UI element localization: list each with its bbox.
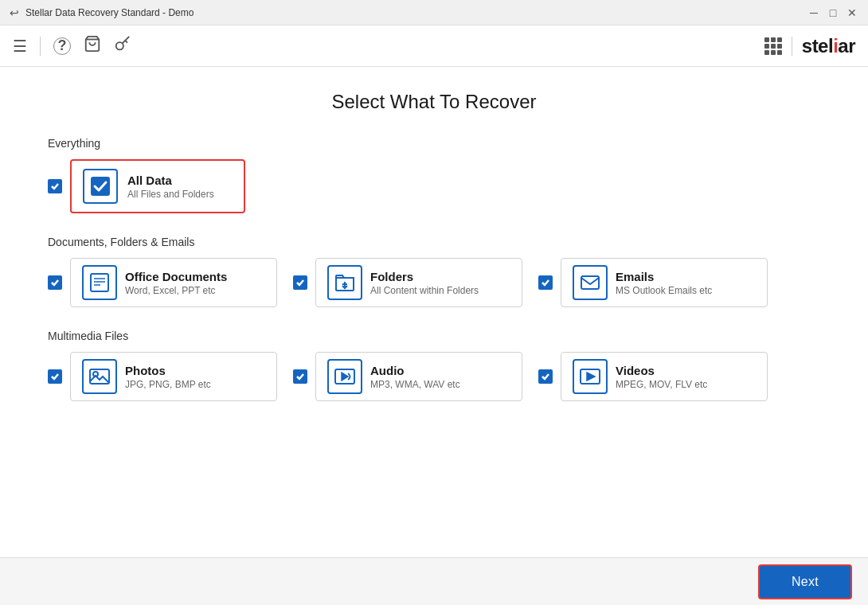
office-docs-item: Office Documents Word, Excel, PPT etc bbox=[48, 258, 277, 307]
multimedia-section: Multimedia Files Photos bbox=[48, 330, 820, 401]
emails-title: Emails bbox=[616, 270, 712, 283]
audio-subtitle: MP3, WMA, WAV etc bbox=[370, 379, 460, 390]
folders-icon bbox=[327, 265, 362, 300]
toolbar: ☰ ? steliar bbox=[0, 25, 868, 67]
everything-section: Everything All Data All Files and Folder… bbox=[48, 137, 820, 213]
svg-point-1 bbox=[116, 42, 123, 49]
main-content: Select What To Recover Everything All Da… bbox=[0, 67, 868, 557]
videos-title: Videos bbox=[616, 364, 707, 377]
multimedia-items: Photos JPG, PNG, BMP etc bbox=[48, 352, 820, 401]
everything-row: All Data All Files and Folders bbox=[48, 159, 820, 213]
folders-item: Folders All Content within Folders bbox=[293, 258, 522, 307]
audio-text: Audio MP3, WMA, WAV etc bbox=[370, 364, 460, 390]
folders-title: Folders bbox=[370, 270, 479, 283]
title-bar: ↩ Stellar Data Recovery Standard - Demo … bbox=[0, 0, 868, 25]
multimedia-label: Multimedia Files bbox=[48, 330, 820, 342]
emails-subtitle: MS Outlook Emails etc bbox=[616, 285, 712, 296]
svg-rect-10 bbox=[90, 369, 109, 384]
close-button[interactable]: ✕ bbox=[846, 6, 858, 19]
toolbar-divider-2 bbox=[792, 37, 792, 56]
all-data-card[interactable]: All Data All Files and Folders bbox=[70, 159, 245, 213]
audio-icon bbox=[327, 359, 362, 394]
key-icon[interactable] bbox=[114, 35, 131, 57]
folders-checkbox[interactable] bbox=[293, 275, 307, 290]
videos-subtitle: MPEG, MOV, FLV etc bbox=[616, 379, 707, 390]
folders-text: Folders All Content within Folders bbox=[370, 270, 479, 296]
office-docs-icon bbox=[82, 265, 117, 300]
documents-items: Office Documents Word, Excel, PPT etc bbox=[48, 258, 820, 307]
videos-text: Videos MPEG, MOV, FLV etc bbox=[616, 364, 707, 390]
all-data-icon-box bbox=[83, 169, 118, 204]
videos-icon bbox=[573, 359, 608, 394]
office-docs-text: Office Documents Word, Excel, PPT etc bbox=[125, 270, 227, 296]
photos-card[interactable]: Photos JPG, PNG, BMP etc bbox=[70, 352, 277, 401]
all-data-outer-checkbox[interactable] bbox=[48, 179, 62, 193]
svg-rect-9 bbox=[581, 276, 599, 289]
audio-item: Audio MP3, WMA, WAV etc bbox=[293, 352, 522, 401]
photos-checkbox[interactable] bbox=[48, 369, 62, 384]
page-title: Select What To Recover bbox=[48, 91, 820, 113]
apps-grid-icon[interactable] bbox=[764, 37, 782, 55]
all-data-title: All Data bbox=[127, 174, 214, 187]
emails-checkbox[interactable] bbox=[538, 275, 553, 290]
menu-icon[interactable]: ☰ bbox=[13, 37, 27, 56]
documents-section: Documents, Folders & Emails bbox=[48, 236, 820, 307]
photos-title: Photos bbox=[125, 364, 211, 377]
title-bar-left: ↩ Stellar Data Recovery Standard - Demo bbox=[10, 6, 194, 19]
emails-icon bbox=[573, 265, 608, 300]
all-data-subtitle: All Files and Folders bbox=[127, 189, 214, 200]
window-title: Stellar Data Recovery Standard - Demo bbox=[25, 7, 194, 18]
emails-card[interactable]: Emails MS Outlook Emails etc bbox=[561, 258, 768, 307]
back-icon[interactable]: ↩ bbox=[10, 6, 19, 19]
stellar-logo: steliar bbox=[802, 35, 855, 57]
svg-rect-3 bbox=[91, 274, 108, 291]
minimize-button[interactable]: ─ bbox=[807, 6, 820, 19]
emails-text: Emails MS Outlook Emails etc bbox=[616, 270, 712, 296]
photos-icon bbox=[82, 359, 117, 394]
videos-card[interactable]: Videos MPEG, MOV, FLV etc bbox=[561, 352, 768, 401]
folders-card[interactable]: Folders All Content within Folders bbox=[315, 258, 522, 307]
photos-item: Photos JPG, PNG, BMP etc bbox=[48, 352, 277, 401]
toolbar-right: steliar bbox=[764, 35, 855, 57]
photos-subtitle: JPG, PNG, BMP etc bbox=[125, 379, 211, 390]
photos-text: Photos JPG, PNG, BMP etc bbox=[125, 364, 211, 390]
audio-checkbox[interactable] bbox=[293, 369, 307, 384]
toolbar-left: ☰ ? bbox=[13, 35, 131, 57]
office-docs-title: Office Documents bbox=[125, 270, 227, 283]
audio-card[interactable]: Audio MP3, WMA, WAV etc bbox=[315, 352, 522, 401]
help-icon[interactable]: ? bbox=[53, 37, 71, 55]
folders-subtitle: All Content within Folders bbox=[370, 285, 479, 296]
everything-label: Everything bbox=[48, 137, 820, 150]
window-controls: ─ □ ✕ bbox=[807, 6, 858, 19]
footer: Next bbox=[0, 557, 868, 605]
audio-title: Audio bbox=[370, 364, 460, 377]
next-button[interactable]: Next bbox=[758, 564, 852, 599]
office-docs-checkbox[interactable] bbox=[48, 275, 62, 290]
all-data-text: All Data All Files and Folders bbox=[127, 174, 214, 200]
office-docs-subtitle: Word, Excel, PPT etc bbox=[125, 285, 227, 296]
emails-item: Emails MS Outlook Emails etc bbox=[538, 258, 768, 307]
maximize-button[interactable]: □ bbox=[827, 6, 839, 19]
documents-label: Documents, Folders & Emails bbox=[48, 236, 820, 248]
toolbar-divider bbox=[40, 37, 41, 56]
office-docs-card[interactable]: Office Documents Word, Excel, PPT etc bbox=[70, 258, 277, 307]
cart-icon[interactable] bbox=[84, 35, 101, 57]
videos-checkbox[interactable] bbox=[538, 369, 553, 384]
videos-item: Videos MPEG, MOV, FLV etc bbox=[538, 352, 768, 401]
